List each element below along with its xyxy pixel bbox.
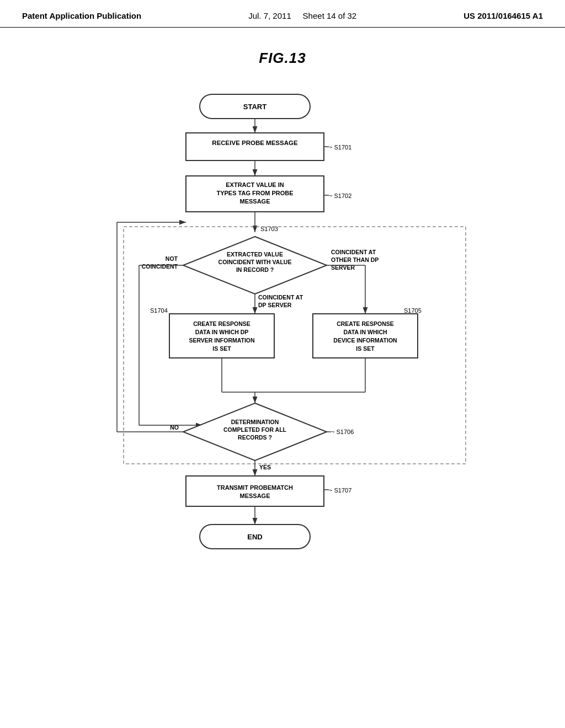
s1705-ref: S1705 xyxy=(404,307,422,314)
s1702-ref: ~ S1702 xyxy=(329,192,351,199)
yes-label: YES xyxy=(259,464,271,470)
patent-number: US 2011/0164615 A1 xyxy=(463,11,543,20)
end-label: END xyxy=(247,533,262,541)
not-coincident-label1: NOT xyxy=(166,255,178,262)
header-left: Patent Application Publication xyxy=(22,10,141,22)
s1702-line1: EXTRACT VALUE IN xyxy=(226,181,284,188)
page-header: Patent Application Publication Jul. 7, 2… xyxy=(0,0,565,28)
start-label: START xyxy=(243,103,266,111)
s1706-line2: COMPLETED FOR ALL xyxy=(223,426,287,433)
coincident-dp-label1: COINCIDENT AT xyxy=(258,294,303,301)
s1703-line2: COINCIDENT WITH VALUE xyxy=(218,259,292,265)
s1707-line2: MESSAGE xyxy=(239,493,270,499)
coincident-other-label1: COINCIDENT AT xyxy=(331,249,376,255)
s1705-line4: IS SET xyxy=(356,345,375,352)
s1701-line1: RECEIVE PROBE MESSAGE xyxy=(212,140,298,146)
svg-rect-30 xyxy=(186,476,324,506)
coincident-dp-label2: DP SERVER xyxy=(258,302,292,308)
flowchart-diagram: START RECEIVE PROBE MESSAGE ~ S1701 EXTR… xyxy=(84,83,481,662)
s1704-line3: SERVER INFORMATION xyxy=(189,337,254,344)
figure-title: FIG.13 xyxy=(259,50,306,67)
svg-rect-3 xyxy=(186,133,324,160)
not-coincident-label2: COINCIDENT xyxy=(142,263,178,270)
s1705-line3: DEVICE INFORMATION xyxy=(333,337,397,344)
coincident-other-label2: OTHER THAN DP xyxy=(331,256,379,263)
svg-marker-9 xyxy=(183,237,327,294)
s1704-line2: DATA IN WHICH DP xyxy=(195,329,249,335)
s1706-ref: ~ S1706 xyxy=(331,429,354,435)
s1703-line3: IN RECORD ? xyxy=(236,266,274,273)
publication-label: Patent Application Publication xyxy=(22,11,141,20)
main-content: FIG.13 START RECEIVE PROBE MESSAGE ~ S17… xyxy=(0,28,565,679)
s1702-line3: MESSAGE xyxy=(239,198,270,205)
s1704-line4: IS SET xyxy=(212,345,231,352)
s1701-ref: ~ S1701 xyxy=(329,144,351,151)
s1706-line1: DETERMINATION xyxy=(231,419,279,425)
s1704-line1: CREATE RESPONSE xyxy=(193,320,250,327)
s1706-line3: RECORDS ? xyxy=(238,434,272,441)
s1703-line1: EXTRACTED VALUE xyxy=(227,251,283,258)
header-center: Jul. 7, 2011 Sheet 14 of 32 xyxy=(248,10,356,22)
s1702-line2: TYPES TAG FROM PROBE xyxy=(216,190,293,196)
sheet-info: Sheet 14 of 32 xyxy=(303,11,357,20)
s1704-ref: S1704 xyxy=(150,307,168,314)
no-label: NO xyxy=(170,424,179,431)
publication-date: Jul. 7, 2011 xyxy=(248,11,291,20)
s1705-line1: CREATE RESPONSE xyxy=(337,320,394,327)
s1705-line2: DATA IN WHICH xyxy=(343,329,387,335)
header-right: US 2011/0164615 A1 xyxy=(463,10,543,22)
s1707-ref: ~ S1707 xyxy=(329,487,351,494)
s1707-line1: TRANSMIT PROBEMATCH xyxy=(217,484,293,491)
